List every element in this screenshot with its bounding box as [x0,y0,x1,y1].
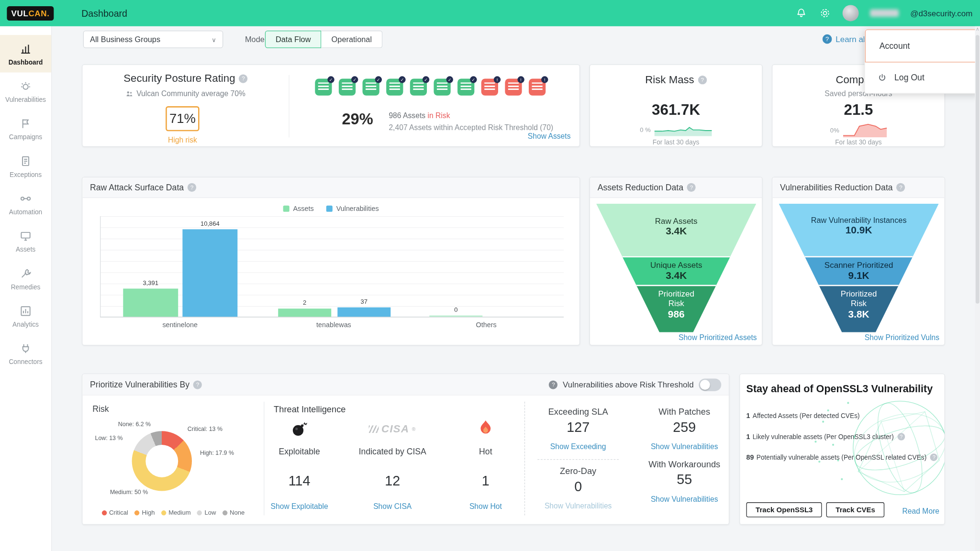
hot-value: 1 [445,473,526,489]
threshold-help-icon[interactable]: ? [549,380,557,389]
funnel-stage-value: 9.1K [779,270,938,281]
menu-item-account[interactable]: Account [865,29,979,62]
automation-nodes-icon [19,192,32,205]
funnel-stage-label: Raw Vulnerability Instances [779,216,938,225]
risk-mass-help-icon[interactable]: ? [698,76,707,84]
threshold-toggle[interactable] [699,378,721,391]
user-menu-dropdown: Account Log Out [864,29,979,94]
vulns-reduction-help-icon[interactable]: ? [896,183,905,192]
show-workarounds-link[interactable]: Show Vulnerabilities [651,495,718,503]
connector-status-row: ✓ ✓ ✓ ✓ ✓ ✓ ✓ ! ! ! [315,79,546,96]
bar-others [429,316,482,317]
assets-threshold-line: 2,407 Assets within Accepted Risk Thresh… [389,123,553,132]
page-scrollbar[interactable]: ∧ [975,26,980,551]
show-patches-link[interactable]: Show Vulnerabilities [651,442,718,451]
show-prioritized-vulns-link[interactable]: Show Prioritized Vulns [865,333,939,342]
company-value: 21.5 [772,101,944,119]
scrollbar-up-arrow[interactable]: ∧ [975,26,980,32]
donut-callout-none: None: 6.2 % [118,420,151,427]
divider [537,459,619,460]
bar-sentinelone-vulns [182,229,237,317]
community-icon [126,90,134,98]
vulns-reduction-card: Vulnerabilities Reduction Data? Raw Vuln… [772,177,945,346]
notifications-bell-icon[interactable] [795,7,808,19]
risk-legend: Critical High Medium Low None [86,509,261,516]
sla-column: Exceeding SLA 127 Show Exceeding Zero-Da… [531,407,625,511]
raw-attack-help-icon[interactable]: ? [188,183,196,192]
risk-mass-delta: 0 % [640,126,651,132]
prioritize-card: Prioritize Vulnerabilities By ? ? Vulner… [82,374,729,525]
sidebar-item-analytics[interactable]: Analytics [0,298,51,335]
bar-value-label: 3,391 [123,279,178,286]
read-more-link[interactable]: Read More [902,507,940,515]
risk-mass-value: 361.7K [590,101,762,119]
company-sparkline [843,122,887,137]
exceeding-sla-value: 127 [531,419,625,435]
show-zero-day-link[interactable]: Show Vulnerabilities [545,502,612,510]
connector-ok-icon[interactable]: ✓ [434,79,450,96]
show-hot-link[interactable]: Show Hot [469,502,502,511]
openssl-card: Stay ahead of OpenSSL3 Vulnerability 1Af… [739,374,945,525]
show-cisa-link[interactable]: Show CISA [373,502,412,511]
cisa-column: CISA® Indicated by CISA 12 Show CISA [352,374,433,525]
sidebar-item-remedies[interactable]: Remedies [0,260,51,297]
vulcan-logo[interactable]: VULCAN. [7,6,54,20]
settings-gear-icon[interactable] [819,7,831,19]
show-exploitable-link[interactable]: Show Exploitable [271,502,328,511]
business-group-select[interactable]: All Business Groups ∨ [83,31,223,48]
sidebar-item-connectors[interactable]: Connectors [0,335,51,372]
mode-operational-button[interactable]: Operational [322,31,383,48]
connector-risk-icon[interactable]: ! [529,79,546,96]
show-exceeding-link[interactable]: Show Exceeding [550,442,606,451]
sidebar-item-dashboard[interactable]: Dashboard [0,35,51,72]
user-avatar[interactable] [843,5,859,21]
show-prioritized-assets-link[interactable]: Show Prioritized Assets [679,333,757,342]
sidebar-item-campaigns[interactable]: Campaigns [0,110,51,147]
raw-attack-surface-card: Raw Attack Surface Data? Assets Vulnerab… [82,177,580,346]
funnel-stage-label: Prioritized Risk [651,290,701,309]
patches-column: With Patches 259 Show Vulnerabilities Wi… [637,407,731,504]
funnel-stage-value: 986 [596,309,756,320]
track-openssl3-button[interactable]: Track OpenSSL3 [746,502,823,517]
connector-ok-icon[interactable]: ✓ [315,79,332,96]
connector-ok-icon[interactable]: ✓ [339,79,356,96]
vulns-funnel: Raw Vulnerability Instances 10.9K Scanne… [779,204,938,332]
posture-help-icon[interactable]: ? [239,74,247,83]
chart-legend: Assets Vulnerabilities [82,205,579,212]
connector-ok-icon[interactable]: ✓ [410,79,427,96]
with-patches-value: 259 [637,419,731,435]
scrollbar-thumb[interactable] [976,35,980,304]
connector-ok-icon[interactable]: ✓ [457,79,474,96]
assets-in-risk-line: 986 Assets in Risk [389,111,553,120]
openssl-help-icon[interactable]: ? [898,433,905,441]
sidebar-item-assets[interactable]: Assets [0,222,51,260]
connector-risk-icon[interactable]: ! [481,79,498,96]
assets-reduction-card: Assets Reduction Data? Raw Assets 3.4K U… [590,177,763,346]
cisa-logo: CISA® [352,423,433,435]
risk-mass-title: Risk Mass [645,74,694,86]
connector-ok-icon[interactable]: ✓ [386,79,403,96]
sidebar-item-exceptions[interactable]: Exceptions [0,147,51,185]
risk-section-label: Risk [92,404,109,414]
connector-risk-icon[interactable]: ! [505,79,522,96]
user-email: @d3security.com [910,9,972,18]
menu-item-logout[interactable]: Log Out [865,63,979,93]
bar-sentinelone-assets [123,288,178,317]
mode-data-flow-button[interactable]: Data Flow [265,31,322,48]
mode-segmented-control: Data Flow Operational [265,31,382,48]
funnel-stage-label: Prioritized Risk [834,290,883,309]
connector-ok-icon[interactable]: ✓ [363,79,379,96]
funnel-stage-label: Scanner Prioritized [779,261,938,270]
track-cves-button[interactable]: Track CVEs [826,502,885,517]
show-assets-link[interactable]: Show Assets [528,132,571,141]
sidebar: Dashboard Vulnerabilities Campaigns Exce… [0,26,52,551]
donut-callout-low: Low: 13 % [95,434,123,441]
sidebar-item-automation[interactable]: Automation [0,185,51,222]
assets-reduction-help-icon[interactable]: ? [687,183,696,192]
dashboard-icon [19,42,32,55]
company-period: For last 30 days [772,138,944,146]
openssl-help-icon[interactable]: ? [930,453,938,461]
analytics-icon [19,305,32,317]
prioritize-help-icon[interactable]: ? [193,380,202,389]
sidebar-item-vulnerabilities[interactable]: Vulnerabilities [0,73,51,110]
